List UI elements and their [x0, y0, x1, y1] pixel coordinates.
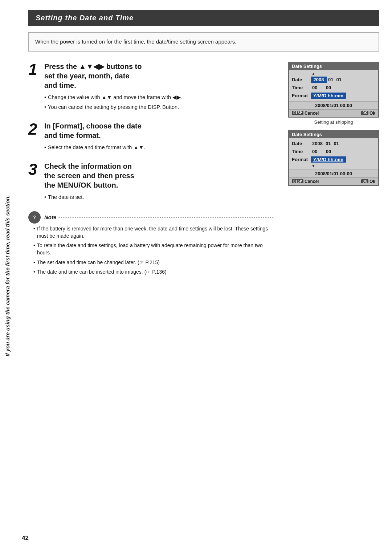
step-3-number: 3	[28, 161, 40, 177]
step-2-number: 2	[28, 121, 40, 137]
panel-1-caption: Setting at shipping	[288, 119, 379, 125]
panel-1-ok-btn: OK Ok	[361, 111, 375, 116]
panel-1-date-row: Date 2008 01 01	[289, 76, 378, 84]
panel-2-ok-btn: OK Ok	[361, 179, 375, 184]
step-1-number: 1	[28, 62, 40, 78]
step-1: 1 Press the ▲▼◀▶ buttons toset the year,…	[28, 62, 277, 113]
note-item-3: The set date and time can be changed lat…	[33, 259, 277, 266]
panel-2-date-row: Date 2008 01 01	[289, 140, 378, 148]
step-3-heading: Check the information onthe screen and t…	[44, 161, 277, 190]
date-panel-2: Date Settings Date 2008 01 01 Time 00	[288, 130, 379, 186]
step-1-bullet-1: Change the value with ▲▼ and move the fr…	[44, 94, 277, 101]
panel-2-format-row: Format Y/M/D hh:mm	[289, 156, 378, 164]
step-2-bullets: Select the date and time format with ▲▼.	[44, 144, 277, 151]
note-label: Note	[44, 214, 56, 220]
step-1-heading: Press the ▲▼◀▶ buttons toset the year, m…	[44, 62, 277, 90]
note-item-4: The date and time can be inserted into i…	[33, 268, 277, 275]
note-section: Note -----------------------------------…	[28, 211, 277, 276]
panel-2-buttons: DISP Cancel OK Ok	[289, 177, 378, 185]
panel-2-summary: 2008/01/01 00:00	[289, 169, 378, 177]
step-2-bullet-1: Select the date and time format with ▲▼.	[44, 144, 277, 151]
svg-point-1	[34, 218, 35, 219]
page-number: 42	[22, 535, 29, 542]
panel-2-time-row: Time 00 00	[289, 148, 378, 156]
page-title: Setting the Date and Time	[28, 10, 379, 26]
step-1-bullets: Change the value with ▲▼ and move the fr…	[44, 94, 277, 111]
step-2-heading: In [Format], choose the dateand time for…	[44, 121, 277, 140]
step-3-bullets: The date is set.	[44, 193, 277, 201]
intro-text: When the power is turned on for the firs…	[28, 32, 379, 52]
note-item-1: If the battery is removed for more than …	[33, 225, 277, 240]
sidebar-text: If you are using the camera for the firs…	[4, 195, 11, 356]
panel-1-summary: 2008/01/01 00:00	[289, 101, 378, 109]
panel-2-cancel-btn: DISP Cancel	[292, 179, 319, 184]
panel-1-time-row: Time 00 00	[289, 84, 378, 92]
step-3-bullet-1: The date is set.	[44, 193, 277, 201]
note-items: If the battery is removed for more than …	[28, 225, 277, 276]
sidebar-panel: If you are using the camera for the firs…	[0, 0, 15, 552]
date-panel-1: Date Settings ▲ Date 2008 01 01 Time 00	[288, 62, 379, 118]
panel-1-header: Date Settings	[289, 62, 378, 70]
step-2: 2 In [Format], choose the dateand time f…	[28, 121, 277, 154]
step-1-bullet-2: You can cancel the setting by pressing t…	[44, 103, 277, 111]
panel-1-format-row: Format Y/M/D hh:mm	[289, 92, 378, 100]
panel-1-cancel-btn: DISP Cancel	[292, 111, 319, 116]
panel-1-buttons: DISP Cancel OK Ok	[289, 109, 378, 117]
note-item-2: To retain the date and time settings, lo…	[33, 242, 277, 257]
panel-2-header: Date Settings	[289, 131, 378, 138]
note-icon	[28, 211, 41, 224]
step-3: 3 Check the information onthe screen and…	[28, 161, 277, 203]
